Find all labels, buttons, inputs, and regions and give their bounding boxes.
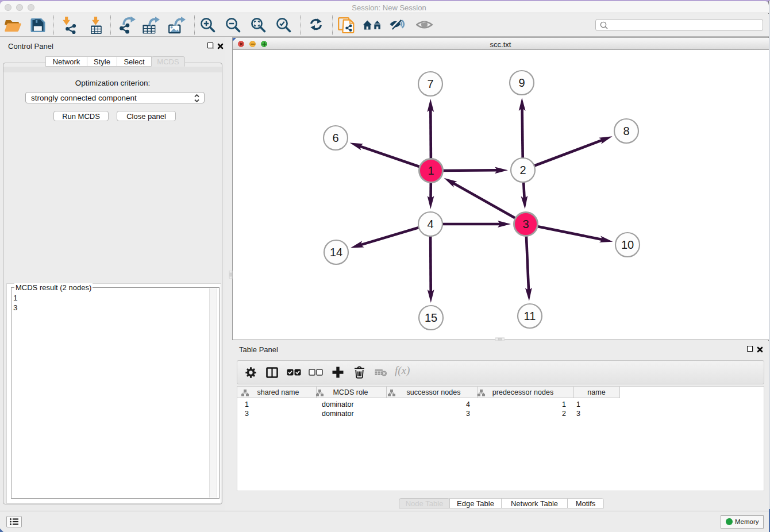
- svg-text:4: 4: [427, 218, 433, 230]
- svg-text:10: 10: [621, 238, 634, 251]
- svg-text:9: 9: [518, 76, 525, 89]
- svg-text:2: 2: [519, 164, 526, 176]
- svg-text:11: 11: [524, 310, 536, 322]
- svg-text:7: 7: [427, 78, 433, 90]
- svg-text:3: 3: [522, 218, 529, 230]
- svg-text:1: 1: [428, 164, 434, 177]
- svg-text:8: 8: [623, 125, 629, 137]
- svg-text:15: 15: [425, 311, 437, 324]
- svg-text:6: 6: [332, 132, 338, 144]
- svg-text:14: 14: [330, 246, 342, 259]
